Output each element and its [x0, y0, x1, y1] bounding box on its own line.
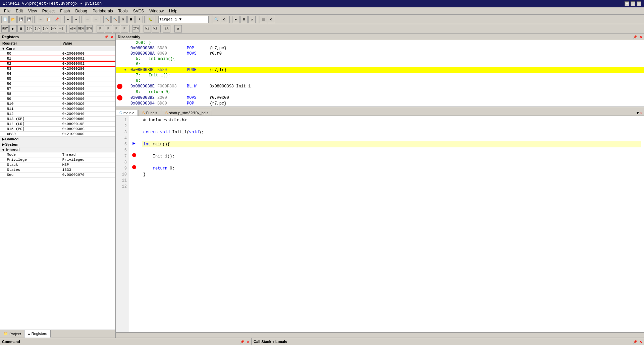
logic-btn[interactable]: LA — [163, 25, 170, 32]
source-breakpoint-dot[interactable] — [132, 153, 136, 157]
code-line[interactable]: Init_1(); — [142, 153, 641, 159]
reg-row[interactable]: R15 (PC)0x0800038C — [0, 127, 115, 132]
code-line[interactable] — [142, 123, 641, 129]
new-file-btn[interactable]: 📄 — [1, 16, 9, 23]
paste-btn[interactable]: 📌 — [53, 16, 60, 23]
disassembly-content[interactable]: 269: }0x08000388BD80POP{r7,pc}0x0800038A… — [116, 40, 644, 106]
reg-row[interactable]: StackMSP — [0, 162, 115, 167]
disassembly-close-icon[interactable]: ✕ — [639, 35, 642, 39]
close-button[interactable]: ✕ — [637, 1, 641, 6]
ws1-btn[interactable]: W1 — [144, 25, 151, 32]
reset-btn[interactable]: ↺ — [248, 16, 256, 23]
reg-row[interactable]: R120x20000040 — [0, 112, 115, 117]
reg-row[interactable]: R13 (SP)0x20000660 — [0, 117, 115, 122]
code-line[interactable] — [142, 178, 641, 184]
periph2-btn[interactable]: P — [105, 25, 112, 32]
code-line[interactable] — [142, 159, 641, 165]
menu-window[interactable]: Window — [147, 8, 166, 14]
menu-view[interactable]: View — [25, 8, 40, 14]
reg-row[interactable]: R110x00000000 — [0, 107, 115, 112]
reg-row[interactable]: PrivilegePrivileged — [0, 157, 115, 162]
registers-close-icon[interactable]: ✕ — [111, 35, 113, 39]
find-btn[interactable]: 🔍 — [213, 16, 220, 23]
bp-gutter-slot[interactable] — [129, 176, 139, 182]
ws2-btn[interactable]: W2 — [152, 25, 159, 32]
reg-row[interactable]: R14 (LR)0x0800019F — [0, 122, 115, 127]
stop-btn[interactable]: ⏹ — [127, 16, 135, 23]
reg-row[interactable]: R90x00000000 — [0, 96, 115, 101]
src-tab-mainc[interactable]: C main.c — [116, 110, 138, 116]
source-tab-dropdown[interactable]: ▼ — [637, 111, 639, 116]
rst-btn[interactable]: RST — [1, 25, 9, 32]
minimize-button[interactable]: ─ — [625, 1, 629, 6]
periph4-btn[interactable]: P — [121, 25, 128, 32]
reg-row[interactable]: R00x20000060 — [0, 51, 115, 56]
bp-gutter-slot[interactable]: ▶ — [129, 140, 139, 146]
reg-row[interactable]: xPSR0x21000000 — [0, 132, 115, 137]
reg-row[interactable]: Sec0.00002970 — [0, 172, 115, 178]
dis-line[interactable]: 5: int main(){ — [116, 56, 644, 62]
expand-icon[interactable]: ▶ — [2, 137, 5, 141]
menu-peripherals[interactable]: Peripherals — [90, 8, 116, 14]
misc2-btn[interactable]: ⚙ — [268, 16, 275, 23]
build-btn[interactable]: 🔨 — [103, 16, 111, 23]
misc1-btn[interactable]: ☰ — [260, 16, 267, 23]
stop2-btn[interactable]: ⏸ — [240, 16, 248, 23]
src-tab-startup[interactable]: S startup_stm32f10x_hd.s — [162, 110, 212, 116]
bp-gutter-slot[interactable] — [129, 122, 139, 128]
menu-tools[interactable]: Tools — [116, 8, 130, 14]
source-breakpoint-dot[interactable] — [132, 165, 136, 169]
rebuild-btn[interactable]: 🔨 — [111, 16, 119, 23]
dis-line[interactable]: 7: Init_1(); — [116, 73, 644, 78]
reg-row[interactable]: R70x00000000 — [0, 86, 115, 91]
dis-line[interactable]: 0x08000394BD80POP{r7,pc} — [116, 101, 644, 106]
debug-btn[interactable]: 🐛 — [147, 16, 154, 23]
bp-gutter-slot[interactable] — [129, 152, 139, 158]
breakpoint-dot[interactable] — [117, 84, 122, 89]
run-btn[interactable]: ▶ — [232, 16, 239, 23]
menu-svcs[interactable]: SVCS — [130, 8, 147, 14]
expand-icon[interactable]: ▼ — [2, 148, 6, 152]
menu-file[interactable]: File — [1, 8, 13, 14]
bp-gutter-slot[interactable] — [129, 170, 139, 176]
step-btn[interactable]: {→} — [50, 25, 57, 32]
reg-row[interactable]: R60x00000000 — [0, 81, 115, 86]
mem-btn[interactable]: MEM — [77, 25, 85, 32]
save-btn[interactable]: 💾 — [17, 16, 25, 23]
tab-registers[interactable]: ≡ Registers — [24, 330, 51, 338]
copy-btn[interactable]: 📋 — [45, 16, 52, 23]
source-hscroll[interactable] — [116, 333, 644, 338]
dis-line[interactable]: 8: — [116, 78, 644, 83]
open-btn[interactable]: 📂 — [9, 16, 17, 23]
tab-project[interactable]: 📁 Project — [0, 330, 24, 338]
redo-btn[interactable]: ↪ — [72, 16, 80, 23]
dis-line[interactable]: 0x08000388BD80POP{r7,pc} — [116, 46, 644, 51]
reg-row[interactable]: R30x20000280 — [0, 66, 115, 71]
code-line[interactable] — [142, 135, 641, 141]
expand-icon[interactable]: ▶ — [2, 142, 5, 146]
nav-fwd-btn[interactable]: → — [92, 16, 99, 23]
reg-row[interactable]: R40x00000000 — [0, 71, 115, 76]
dis-line[interactable]: 0x0800038A0000MOVSr0,r0 — [116, 51, 644, 56]
bp-gutter-slot[interactable] — [129, 146, 139, 152]
code-line[interactable]: } — [142, 171, 641, 178]
menu-help[interactable]: Help — [166, 8, 180, 14]
compile-btn[interactable]: ⚙ — [119, 16, 127, 23]
dis-line[interactable]: 269: } — [116, 40, 644, 46]
code-line[interactable]: return 0; — [142, 165, 641, 171]
src-tab-funcs[interactable]: S Func.s — [139, 110, 161, 116]
menu-flash[interactable]: Flash — [57, 8, 72, 14]
dis-line[interactable]: 6: — [116, 62, 644, 67]
code-line[interactable] — [142, 147, 641, 153]
disasm-btn[interactable]: ASM — [69, 25, 76, 32]
bp-gutter-slot[interactable] — [129, 158, 139, 164]
undo-btn[interactable]: ↩ — [64, 16, 72, 23]
instr-btn[interactable]: ITM — [132, 25, 140, 32]
stepout-btn[interactable]: {↑} — [42, 25, 49, 32]
source-tab-close[interactable]: ✕ — [640, 111, 643, 116]
bp-gutter-slot[interactable] — [129, 116, 139, 122]
bp-gutter-slot[interactable] — [129, 128, 139, 134]
reg-row[interactable]: R10x00000001 — [0, 56, 115, 61]
code-line[interactable] — [142, 184, 641, 190]
sym-btn[interactable]: SYM — [85, 25, 93, 32]
